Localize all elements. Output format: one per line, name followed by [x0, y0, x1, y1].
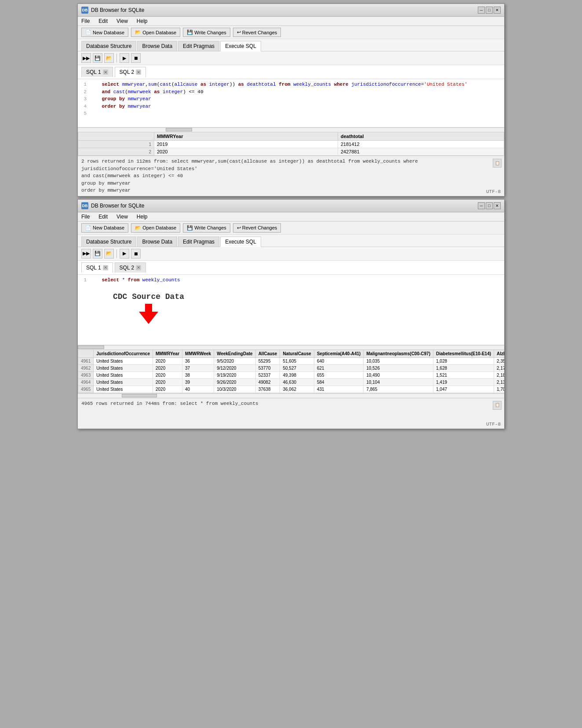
- save-sql-btn-2[interactable]: 💾: [93, 249, 102, 258]
- app-icon-2: DB: [81, 202, 88, 209]
- data-row-4961: 4961 United States 2020 36 9/5/2020 5529…: [78, 357, 505, 364]
- sql-toolbar-2: ▶▶ 💾 📂 ▶ ⏹: [78, 247, 504, 261]
- utf-label-2: UTF-8: [486, 422, 501, 427]
- run-btn-2[interactable]: ▶: [120, 249, 129, 258]
- open-db-icon-2: 📂: [135, 225, 141, 231]
- menu-file-2[interactable]: File: [80, 213, 91, 220]
- cdc-title: CDC Source Data: [113, 292, 184, 301]
- menu-bar-1: File Edit View Help: [78, 17, 504, 26]
- tab-execute-sql-2[interactable]: Execute SQL: [220, 237, 261, 247]
- tab-edit-pragmas-2[interactable]: Edit Pragmas: [178, 237, 219, 247]
- col-mmwryear2: MMWRYear: [153, 349, 182, 357]
- menu-bar-2: File Edit View Help: [78, 212, 504, 222]
- col-jurisdiction: JurisdictionofOccurrence: [94, 349, 153, 357]
- data-row-4964: 4964 United States 2020 39 9/26/2020 490…: [78, 379, 505, 386]
- results-area-1[interactable]: MMWRYear deathtotal 1 2019 2181412 2 202…: [78, 132, 504, 156]
- result-row-1: 1 2019 2181412: [78, 141, 504, 148]
- tab-bar-1: Database Structure Browse Data Edit Prag…: [78, 39, 504, 51]
- open-sql-btn-2[interactable]: 📂: [104, 249, 114, 258]
- status-bar-1: 2 rows returned in 112ms from: select mm…: [78, 156, 504, 196]
- col-malignant: Malignantneoplasms(C00-C97): [364, 349, 433, 357]
- sql-tab-1-2-close[interactable]: ✕: [103, 265, 108, 270]
- maximize-btn-1[interactable]: □: [486, 7, 493, 14]
- minimize-btn-1[interactable]: ─: [478, 7, 485, 14]
- app-icon-1: DB: [81, 7, 88, 14]
- window-1: DB DB Browser for SQLite ─ □ ✕ File Edit…: [77, 4, 505, 197]
- menu-view-1[interactable]: View: [115, 18, 130, 25]
- sql-tab-1-2[interactable]: SQL 1 ✕: [81, 262, 113, 273]
- run-btn-1[interactable]: ▶: [120, 53, 129, 63]
- menu-help-1[interactable]: Help: [135, 18, 149, 25]
- revert-changes-btn-1[interactable]: ↩ Revert Changes: [233, 28, 281, 37]
- sql-tabs-bar-1: SQL 1 ✕ SQL 2 ✕: [78, 65, 504, 79]
- menu-edit-1[interactable]: Edit: [97, 18, 109, 25]
- data-table-container-2[interactable]: JurisdictionofOccurrence MMWRYear MMWRWe…: [78, 349, 504, 393]
- write-changes-btn-1[interactable]: 💾 Write Changes: [183, 28, 230, 37]
- hscroll-1[interactable]: [78, 127, 504, 132]
- col-naturalcause: NaturalCause: [280, 349, 314, 357]
- sql-tab-2-1[interactable]: SQL 2 ✕: [115, 67, 146, 77]
- sql-tab-1-1[interactable]: SQL 1 ✕: [81, 67, 113, 77]
- tab-browse-data-1[interactable]: Browse Data: [137, 41, 177, 51]
- hscroll-2[interactable]: [78, 345, 504, 349]
- open-database-btn-2[interactable]: 📂 Open Database: [131, 223, 180, 233]
- new-database-btn-2[interactable]: 📄 New Database: [81, 223, 128, 233]
- title-bar-2: DB DB Browser for SQLite ─ □ ✕: [78, 200, 504, 212]
- sql-tab-2-close[interactable]: ✕: [136, 69, 141, 75]
- top-toolbar-1: 📄 New Database 📂 Open Database 💾 Write C…: [78, 26, 504, 39]
- minimize-btn-2[interactable]: ─: [478, 202, 485, 209]
- stop-btn-2[interactable]: ⏹: [131, 249, 141, 258]
- window-controls-2: ─ □ ✕: [478, 202, 501, 209]
- window-title-2: DB Browser for SQLite: [91, 203, 144, 209]
- new-database-btn-1[interactable]: 📄 New Database: [81, 28, 128, 37]
- open-database-btn-1[interactable]: 📂 Open Database: [131, 28, 180, 37]
- tab-execute-sql-1[interactable]: Execute SQL: [220, 41, 261, 51]
- write-icon-1: 💾: [187, 29, 193, 35]
- code-editor-2[interactable]: 1 select * from weekly_counts CDC Source…: [78, 275, 504, 345]
- write-icon-2: 💾: [187, 225, 193, 231]
- code-editor-1[interactable]: 1 select mmwryear,sum(cast(allcause as i…: [78, 79, 504, 127]
- tab-edit-pragmas-1[interactable]: Edit Pragmas: [178, 41, 219, 51]
- close-btn-1[interactable]: ✕: [494, 7, 501, 14]
- revert-changes-btn-2[interactable]: ↩ Revert Changes: [233, 223, 281, 233]
- code-line-4: 4 order by mmwryear: [81, 103, 501, 110]
- col-rownum-2: [78, 349, 94, 357]
- menu-edit-2[interactable]: Edit: [97, 213, 109, 220]
- save-sql-btn-1[interactable]: 💾: [93, 53, 102, 63]
- run-all-btn-1[interactable]: ▶▶: [81, 53, 91, 63]
- maximize-btn-2[interactable]: □: [486, 202, 493, 209]
- title-bar-left-2: DB DB Browser for SQLite: [81, 202, 144, 209]
- open-sql-btn-1[interactable]: 📂: [104, 53, 114, 63]
- stop-btn-1[interactable]: ⏹: [131, 53, 141, 63]
- write-changes-btn-2[interactable]: 💾 Write Changes: [183, 223, 230, 233]
- revert-icon-1: ↩: [237, 29, 241, 35]
- code-line-5: 5: [81, 110, 501, 117]
- sql-tab-2-2-close[interactable]: ✕: [136, 265, 141, 270]
- run-all-btn-2[interactable]: ▶▶: [81, 249, 91, 258]
- col-weekending: WeekEndingDate: [214, 349, 256, 357]
- tab-db-structure-2[interactable]: Database Structure: [81, 237, 136, 247]
- menu-view-2[interactable]: View: [115, 213, 130, 220]
- col-allcause: AllCause: [255, 349, 280, 357]
- data-row-4965: 4965 United States 2020 40 10/3/2020 376…: [78, 386, 505, 393]
- tab-db-structure-1[interactable]: Database Structure: [81, 41, 136, 51]
- col-septicemia: Septicemia(A40-A41): [314, 349, 363, 357]
- menu-help-2[interactable]: Help: [135, 213, 149, 220]
- result-row-2: 2 2020 2427881: [78, 148, 504, 156]
- status-text-2: 4965 rows returned in 744ms from: select…: [81, 400, 501, 408]
- top-toolbar-2: 📄 New Database 📂 Open Database 💾 Write C…: [78, 222, 504, 235]
- data-row-4962: 4962 United States 2020 37 9/12/2020 537…: [78, 364, 505, 371]
- menu-file-1[interactable]: File: [80, 18, 91, 25]
- tab-browse-data-2[interactable]: Browse Data: [137, 237, 177, 247]
- data-table-2: JurisdictionofOccurrence MMWRYear MMWRWe…: [78, 349, 504, 393]
- sql-tab-2-2[interactable]: SQL 2 ✕: [115, 262, 146, 273]
- hscroll-table-2[interactable]: [78, 393, 504, 398]
- copy-btn-1[interactable]: 📋: [493, 159, 502, 167]
- arrow-shaft: [145, 304, 152, 312]
- sep-1: [116, 54, 117, 62]
- results-table-1: MMWRYear deathtotal 1 2019 2181412 2 202…: [78, 132, 504, 156]
- sql-tab-1-close[interactable]: ✕: [103, 69, 108, 75]
- window-2: DB DB Browser for SQLite ─ □ ✕ File Edit…: [77, 199, 505, 429]
- copy-btn-2[interactable]: 📋: [493, 401, 502, 410]
- close-btn-2[interactable]: ✕: [494, 202, 501, 209]
